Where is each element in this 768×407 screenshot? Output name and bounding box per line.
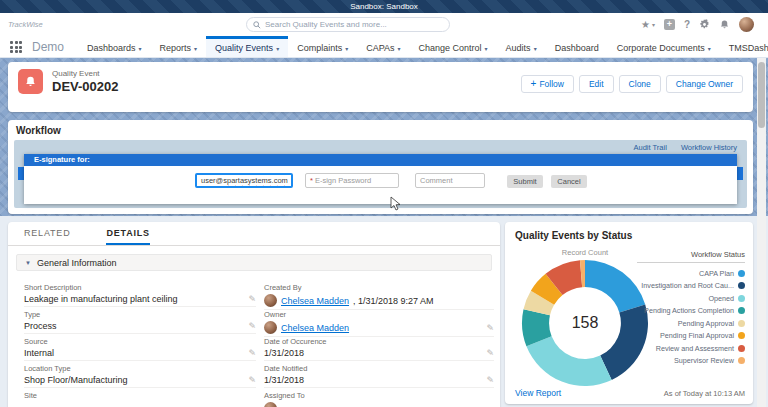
app-launcher-icon[interactable] (10, 41, 22, 53)
tab-details[interactable]: DETAILS (106, 222, 149, 245)
audit-trail-link[interactable]: Audit Trail (634, 143, 667, 152)
field-value-text: 1/31/2018 (264, 348, 304, 358)
legend-item-pending-actions-completion[interactable]: Pending Actions Completion (637, 305, 745, 318)
avatar (264, 321, 277, 334)
chevron-down-icon: ▾ (276, 45, 279, 52)
button-label: Change Owner (676, 79, 733, 89)
nav-item-change-control[interactable]: Change Control▾ (410, 36, 497, 57)
legend-label: Review and Assessment (656, 344, 734, 353)
nav-item-reports[interactable]: Reports▾ (151, 36, 207, 57)
nav-item-dashboard[interactable]: Dashboard (546, 36, 608, 57)
field-value-row: Leakage in manufacturing plant ceiling✎ (24, 294, 256, 307)
esign-comment-input[interactable]: Comment (415, 173, 485, 188)
legend-item-supervisor-review[interactable]: Supervisor Review (637, 355, 745, 368)
record-link[interactable]: Chelsea Madden (281, 323, 349, 333)
legend-dot (738, 332, 745, 339)
legend-dot (738, 345, 745, 352)
edit-button[interactable]: Edit (579, 75, 614, 93)
nav-item-label: Quality Events (215, 43, 273, 53)
field-value: Process (24, 321, 248, 331)
application-window: Sandbox: Sandbox TrackWise Search Qualit… (0, 0, 768, 407)
scrollbar-track[interactable] (757, 58, 766, 407)
detail-tabs: RELATED DETAILS (8, 222, 500, 246)
legend-label: Investigation and Root Cau... (641, 281, 734, 290)
legend-label: Pending Final Approval (660, 331, 734, 340)
help-icon[interactable]: ? (684, 20, 690, 30)
nav-item-label: Dashboards (87, 43, 136, 53)
view-report-link[interactable]: View Report (515, 388, 561, 398)
legend-item-review-and-assessment[interactable]: Review and Assessment (637, 342, 745, 355)
field-value-row: Process✎ (24, 321, 256, 334)
edit-pencil-icon[interactable]: ✎ (248, 375, 256, 385)
workflow-history-link[interactable]: Workflow History (681, 143, 737, 152)
field-short-description: Short DescriptionLeakage in manufacturin… (24, 281, 256, 308)
cancel-button[interactable]: Cancel (551, 175, 587, 188)
field-label: Site (24, 389, 256, 400)
field-value-row: Shop Floor/Manufacturing✎ (24, 375, 256, 388)
legend-item-pending-final-approval[interactable]: Pending Final Approval (637, 330, 745, 343)
field-site: Site (24, 389, 256, 407)
scrollbar-thumb[interactable] (758, 62, 765, 128)
nav-item-audits[interactable]: Audits▾ (497, 36, 546, 57)
field-label: Source (24, 335, 256, 346)
edit-pencil-icon[interactable]: ✎ (486, 323, 494, 333)
notifications-bell-icon[interactable] (719, 19, 730, 30)
chevron-down-icon: ▾ (398, 45, 401, 52)
field-value: 1/31/2018 (264, 348, 486, 358)
add-icon[interactable]: + (664, 19, 675, 30)
nav-item-label: Reports (160, 43, 192, 53)
workflow-card: Workflow Audit Trail Workflow History E-… (8, 120, 753, 214)
record-details-card: RELATED DETAILS ▼ General Information Sh… (8, 222, 500, 407)
user-avatar[interactable] (739, 17, 754, 32)
esign-username-input[interactable]: user@spartasystems.com (195, 173, 293, 188)
field-created-by: Created ByChelsea Madden, 1/31/2018 9:27… (264, 281, 494, 308)
field-label: Owner (264, 308, 494, 319)
favorites-star-icon[interactable]: ★▾ (641, 20, 655, 30)
fields-column-right: Created ByChelsea Madden, 1/31/2018 9:27… (264, 281, 494, 407)
app-navigation-bar: Demo Dashboards▾Reports▾Quality Events▾C… (0, 36, 768, 58)
donut-segment-opened[interactable] (526, 336, 611, 386)
edit-pencil-icon[interactable]: ✎ (248, 294, 256, 304)
field-value-row (264, 402, 494, 407)
nav-item-complaints[interactable]: Complaints▾ (288, 36, 357, 57)
clone-button[interactable]: Clone (619, 75, 661, 93)
nav-item-dashboards[interactable]: Dashboards▾ (78, 36, 151, 57)
edit-pencil-icon[interactable]: ✎ (248, 321, 256, 331)
tab-related[interactable]: RELATED (24, 222, 70, 245)
legend-dot (738, 307, 745, 314)
legend-item-capa-plan[interactable]: CAPA Plan (637, 267, 745, 280)
field-label: Type (24, 308, 256, 319)
nav-item-label: Corporate Documents (617, 43, 705, 53)
field-type: TypeProcess✎ (24, 308, 256, 335)
chart-as-of-timestamp: As of Today at 10:13 AM (664, 389, 745, 398)
record-link[interactable]: Chelsea Madden (281, 296, 349, 306)
legend-label: Pending Actions Completion (644, 306, 734, 315)
global-search-input[interactable]: Search Quality Events and more... (246, 17, 450, 32)
submit-button[interactable]: Submit (507, 175, 543, 188)
esign-comment-placeholder: Comment (420, 176, 453, 185)
legend-item-investigation-and-root-cau[interactable]: Investigation and Root Cau... (637, 280, 745, 293)
field-location-type: Location TypeShop Floor/Manufacturing✎ (24, 362, 256, 389)
esignature-modal-header: E-signature for: (24, 154, 737, 166)
nav-item-quality-events[interactable]: Quality Events▾ (206, 36, 288, 57)
change-owner-button[interactable]: Change Owner (666, 75, 743, 93)
follow-button[interactable]: +Follow (521, 75, 574, 93)
esign-password-input[interactable]: * E-sign Password (305, 173, 399, 188)
nav-item-tmsdashboard[interactable]: TMSDashboard (720, 36, 768, 57)
field-value-row: Internal✎ (24, 348, 256, 361)
chevron-down-icon: ▾ (708, 45, 711, 52)
search-placeholder: Search Quality Events and more... (265, 20, 387, 29)
edit-pencil-icon[interactable]: ✎ (486, 375, 494, 385)
edit-pencil-icon[interactable]: ✎ (486, 348, 494, 358)
nav-item-corporate-documents[interactable]: Corporate Documents▾ (608, 36, 720, 57)
edit-pencil-icon[interactable]: ✎ (248, 348, 256, 358)
setup-gear-icon[interactable] (699, 19, 710, 30)
nav-item-capas[interactable]: CAPAs▾ (357, 36, 409, 57)
esign-username-local-part: user@ (201, 176, 223, 185)
legend-item-opened[interactable]: Opened (637, 292, 745, 305)
field-label: Date of Occurence (264, 335, 494, 346)
record-object-label: Quality Event (52, 69, 100, 78)
section-general-information[interactable]: ▼ General Information (16, 254, 492, 271)
donut-chart: 158 (520, 258, 650, 388)
legend-item-pending-approval[interactable]: Pending Approval (637, 317, 745, 330)
